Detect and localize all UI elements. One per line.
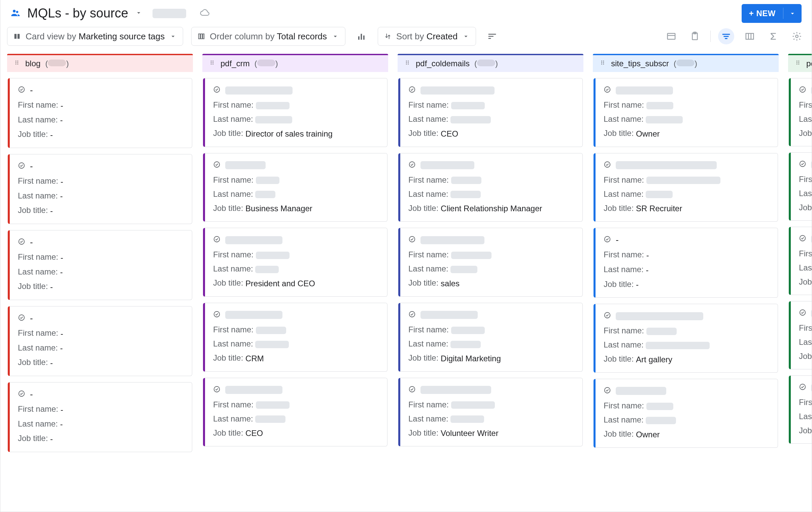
column-header[interactable]: pdf_au() bbox=[788, 54, 812, 72]
svg-point-26 bbox=[17, 64, 18, 65]
card-field: Last name: bbox=[408, 414, 574, 424]
gear-icon[interactable] bbox=[789, 28, 805, 44]
field-value-redacted bbox=[451, 401, 495, 409]
card-title: - bbox=[18, 389, 184, 400]
filter-icon[interactable] bbox=[718, 28, 734, 44]
sigma-icon[interactable] bbox=[765, 28, 781, 44]
card-view-selector[interactable]: Card view by Marketing source tags bbox=[7, 27, 183, 46]
svg-rect-13 bbox=[668, 33, 675, 39]
order-column-selector[interactable]: Order column by Total records bbox=[191, 27, 345, 46]
column-header[interactable]: site_tips_subscr() bbox=[593, 54, 779, 72]
card-field: First name: - bbox=[18, 328, 184, 338]
svg-point-24 bbox=[17, 62, 18, 63]
record-card[interactable]: First name: Last name: Job title: SR Rec… bbox=[593, 153, 778, 222]
new-button[interactable]: + NEW bbox=[742, 4, 802, 23]
record-card[interactable]: First name: Last name: Job title: Direct… bbox=[203, 78, 387, 147]
record-card[interactable]: First name: Last name: Job title: Art ga… bbox=[593, 304, 778, 373]
columns-icon[interactable] bbox=[742, 28, 758, 44]
record-card[interactable]: First name: Last name: Job title: bbox=[789, 301, 812, 369]
field-value-redacted bbox=[255, 341, 289, 348]
field-value: Client Relationship Manager bbox=[441, 204, 542, 213]
record-card[interactable]: -First name: -Last name: -Job title: - bbox=[8, 154, 192, 224]
svg-point-35 bbox=[212, 62, 213, 63]
column-site_tips: site_tips_subscr()First name: Last name:… bbox=[593, 54, 779, 512]
sort-selector[interactable]: Sort by Created bbox=[378, 27, 476, 46]
record-card[interactable]: First name: Last name: Job title: Digita… bbox=[398, 303, 583, 372]
record-card[interactable]: -First name: -Last name: -Job title: - bbox=[8, 78, 192, 148]
field-value-redacted bbox=[451, 327, 485, 334]
check-circle-icon bbox=[213, 310, 221, 320]
record-card[interactable]: First name: Last name: Job title: Busine… bbox=[203, 153, 387, 222]
column-header[interactable]: pdf_coldemails() bbox=[398, 54, 583, 72]
clipboard-icon[interactable] bbox=[687, 28, 703, 44]
card-field: Job title: Client Relationship Manager bbox=[408, 204, 574, 214]
record-card[interactable]: First name: Last name: Job title: bbox=[789, 152, 812, 221]
card-field: Job title: sales bbox=[408, 278, 574, 288]
card-field: Last name: bbox=[799, 189, 812, 198]
record-card[interactable]: First name: Last name: Job title: CRM bbox=[203, 303, 387, 372]
card-field: Last name: bbox=[213, 414, 379, 424]
column-body: First name: Last name: Job title: First … bbox=[788, 72, 812, 512]
field-value: - bbox=[50, 282, 53, 292]
drag-handle-icon[interactable] bbox=[794, 59, 802, 68]
record-card[interactable]: First name: Last name: Job title: Volunt… bbox=[398, 378, 583, 447]
record-card[interactable]: First name: Last name: Job title: CEO bbox=[398, 78, 583, 147]
card-field: Job title: Owner bbox=[604, 429, 770, 439]
record-card[interactable]: First name: Last name: Job title: CEO bbox=[203, 378, 387, 447]
svg-point-23 bbox=[16, 62, 17, 63]
column-header[interactable]: blog() bbox=[7, 54, 193, 72]
field-value: - bbox=[646, 265, 648, 275]
record-card[interactable]: -First name: -Last name: -Job title: - bbox=[8, 382, 192, 452]
check-circle-icon bbox=[408, 160, 416, 171]
app-header: MQLs - by source + NEW bbox=[0, 0, 812, 27]
chart-icon-button[interactable] bbox=[353, 28, 370, 44]
card-field: Last name: - bbox=[18, 115, 184, 125]
drag-handle-icon[interactable] bbox=[599, 59, 606, 68]
field-value-redacted bbox=[256, 401, 290, 409]
field-value: President and CEO bbox=[245, 279, 315, 288]
card-field: Job title: Art gallery bbox=[604, 354, 770, 364]
svg-point-36 bbox=[211, 64, 212, 65]
cloud-sync-icon[interactable] bbox=[200, 8, 210, 19]
column-body: First name: Last name: Job title: CEOFir… bbox=[398, 72, 583, 512]
check-circle-icon bbox=[604, 311, 611, 321]
card-title: - bbox=[18, 313, 184, 324]
svg-point-69 bbox=[796, 64, 798, 65]
view-title-dropdown[interactable] bbox=[135, 9, 142, 18]
record-card[interactable]: First name: Last name: Job title: bbox=[789, 227, 812, 295]
svg-point-21 bbox=[16, 61, 17, 62]
field-value-redacted bbox=[451, 341, 481, 348]
card-field: Last name: - bbox=[18, 419, 184, 429]
card-field: Job title: CEO bbox=[213, 428, 379, 438]
drag-handle-icon[interactable] bbox=[404, 59, 411, 68]
record-card[interactable]: First name: Last name: Job title: Owner bbox=[593, 379, 778, 448]
record-card[interactable]: First name: Last name: Job title: bbox=[789, 78, 812, 146]
check-circle-icon bbox=[18, 313, 25, 324]
record-card[interactable]: First name: Last name: Job title: Client… bbox=[398, 153, 583, 222]
record-card[interactable]: First name: Last name: Job title: bbox=[789, 375, 812, 444]
field-value: - bbox=[50, 130, 53, 140]
drag-handle-icon[interactable] bbox=[13, 59, 21, 68]
check-circle-icon bbox=[18, 389, 25, 400]
column-body: First name: Last name: Job title: Direct… bbox=[202, 72, 388, 512]
drag-handle-icon[interactable] bbox=[208, 59, 216, 68]
svg-point-73 bbox=[800, 236, 806, 241]
record-card[interactable]: First name: Last name: Job title: Owner bbox=[593, 78, 778, 147]
card-field: First name: bbox=[213, 175, 379, 185]
svg-point-22 bbox=[17, 61, 18, 62]
card-title-redacted bbox=[616, 86, 673, 94]
card-field: First name: bbox=[799, 100, 812, 110]
record-card[interactable]: -First name: -Last name: -Job title: - bbox=[593, 228, 778, 298]
svg-point-61 bbox=[605, 161, 610, 167]
card-field: First name: bbox=[213, 100, 379, 110]
field-value-redacted bbox=[646, 116, 683, 123]
new-button-dropdown[interactable] bbox=[783, 4, 802, 23]
record-card[interactable]: First name: Last name: Job title: sales bbox=[398, 228, 583, 297]
record-card[interactable]: -First name: -Last name: -Job title: - bbox=[8, 230, 192, 300]
record-card[interactable]: -First name: -Last name: -Job title: - bbox=[8, 306, 192, 376]
table-view-icon[interactable] bbox=[663, 28, 679, 44]
sort-lines-icon-button[interactable] bbox=[484, 28, 500, 44]
record-card[interactable]: First name: Last name: Job title: Presid… bbox=[203, 228, 387, 297]
column-header[interactable]: pdf_crm() bbox=[202, 54, 388, 72]
field-value-redacted bbox=[646, 102, 673, 109]
